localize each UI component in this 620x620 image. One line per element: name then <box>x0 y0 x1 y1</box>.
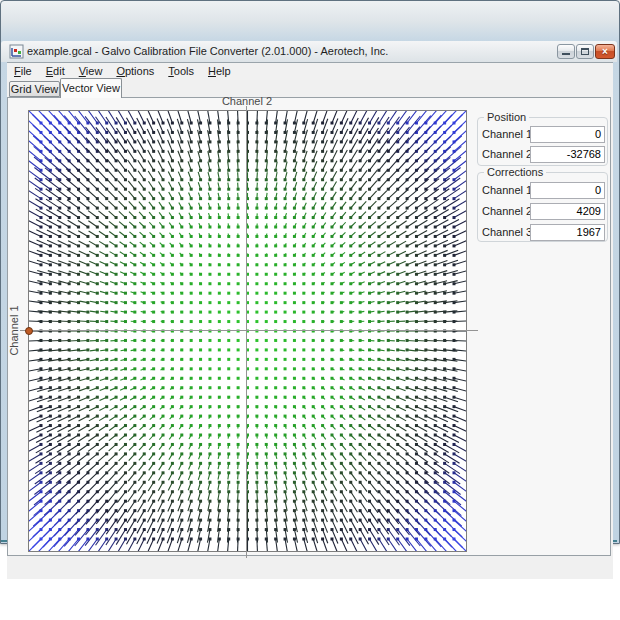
position-channel1-row: Channel 1 0 <box>482 126 605 143</box>
position-group: Position Channel 1 0 Channel 2 -32768 <box>477 117 608 166</box>
vector-field-canvas[interactable] <box>29 111 466 551</box>
menu-file[interactable]: File <box>7 63 39 80</box>
axis-center-horizontal-line <box>20 330 478 331</box>
position-channel2-row: Channel 2 -32768 <box>482 146 605 163</box>
menu-help[interactable]: Help <box>201 63 238 80</box>
corrections-channel2-label: Channel 2 <box>482 205 532 217</box>
corrections-channel2-value[interactable]: 4209 <box>530 203 605 220</box>
corrections-group: Corrections Channel 1 0 Channel 2 4209 C… <box>477 172 608 242</box>
axis-center-vertical-line <box>246 106 247 558</box>
window-title: example.gcal - Galvo Calibration File Co… <box>27 45 388 57</box>
app-icon <box>9 44 24 59</box>
corrections-channel3-label: Channel 3 <box>482 226 532 238</box>
x-axis-label: Channel 2 <box>187 95 307 108</box>
corrections-channel1-row: Channel 1 0 <box>482 182 605 199</box>
corrections-channel3-value[interactable]: 1967 <box>530 224 605 241</box>
position-channel1-value[interactable]: 0 <box>530 126 605 143</box>
corrections-channel1-label: Channel 1 <box>482 184 532 196</box>
minimize-icon <box>562 53 570 55</box>
close-button[interactable]: × <box>595 44 615 59</box>
minimize-button[interactable] <box>557 44 575 59</box>
position-group-title: Position <box>484 111 529 124</box>
vector-field-plot[interactable] <box>28 110 467 552</box>
corrections-channel3-row: Channel 3 1967 <box>482 224 605 241</box>
position-channel2-label: Channel 2 <box>482 148 532 160</box>
y-axis-label: Channel 1 <box>8 281 21 381</box>
corrections-channel2-row: Channel 2 4209 <box>482 203 605 220</box>
corrections-channel1-value[interactable]: 0 <box>530 182 605 199</box>
menu-tools[interactable]: Tools <box>161 63 201 80</box>
corrections-group-title: Corrections <box>484 166 546 179</box>
position-channel1-label: Channel 1 <box>482 128 532 140</box>
tab-vector-view[interactable]: Vector View <box>60 78 122 98</box>
maximize-icon <box>581 48 589 55</box>
position-marker <box>25 327 33 335</box>
position-channel2-value[interactable]: -32768 <box>530 146 605 163</box>
maximize-button[interactable] <box>576 44 594 59</box>
tab-grid-view[interactable]: Grid View <box>9 81 60 97</box>
